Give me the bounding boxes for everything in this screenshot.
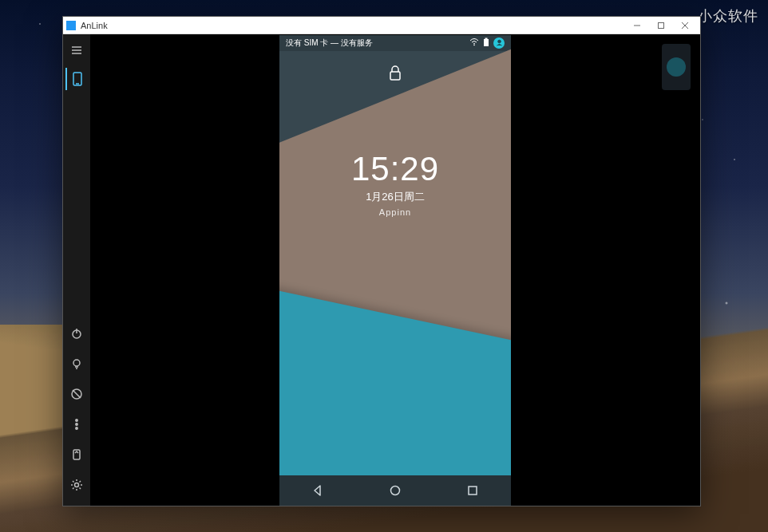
watermark-text: 小众软件	[698, 6, 758, 26]
app-window: AnLink	[62, 16, 701, 506]
app-body: 没有 SIM 卡 — 没有服务	[63, 34, 700, 506]
svg-point-20	[75, 483, 79, 487]
svg-point-26	[390, 486, 399, 495]
phone-nav-bar	[279, 475, 511, 506]
nav-home-button[interactable]	[379, 484, 411, 497]
bulb-button[interactable]	[65, 353, 88, 375]
app-icon	[66, 21, 76, 30]
sidebar	[63, 34, 90, 506]
clock-time: 15:29	[279, 150, 511, 188]
rotate-button[interactable]	[65, 383, 88, 405]
clock-date: 1月26日周二	[279, 190, 511, 204]
more-button[interactable]	[65, 413, 88, 435]
lock-screen-clock: 15:29 1月26日周二 Appinn	[279, 88, 511, 217]
nav-back-button[interactable]	[302, 484, 334, 497]
sim-status-text: 没有 SIM 卡 — 没有服务	[286, 37, 469, 49]
svg-point-11	[73, 360, 80, 366]
phone-statusbar[interactable]: 没有 SIM 卡 — 没有服务	[279, 35, 511, 51]
svg-line-15	[73, 390, 81, 398]
power-button[interactable]	[65, 322, 88, 345]
window-controls	[625, 18, 697, 33]
volume-button[interactable]	[65, 443, 88, 466]
menu-button[interactable]	[65, 39, 88, 61]
clock-owner: Appinn	[279, 207, 511, 217]
device-tab[interactable]	[65, 68, 88, 90]
svg-point-17	[76, 424, 77, 425]
close-button[interactable]	[673, 18, 697, 33]
device-thumbnail[interactable]	[662, 44, 691, 90]
user-icon[interactable]	[493, 37, 505, 49]
svg-point-18	[76, 428, 77, 429]
svg-rect-27	[469, 487, 477, 495]
svg-point-16	[76, 420, 77, 421]
wifi-icon	[469, 38, 479, 48]
titlebar[interactable]: AnLink	[63, 17, 700, 34]
thumbnail-icon	[667, 57, 686, 77]
svg-rect-25	[390, 72, 400, 80]
svg-rect-22	[484, 39, 489, 46]
svg-rect-1	[659, 22, 664, 28]
main-area: 没有 SIM 卡 — 没有服务	[90, 34, 700, 506]
svg-rect-23	[485, 37, 488, 39]
settings-button[interactable]	[65, 474, 88, 496]
battery-icon	[483, 37, 489, 49]
svg-point-21	[473, 44, 475, 45]
nav-recent-button[interactable]	[457, 484, 489, 497]
window-title: AnLink	[81, 21, 625, 30]
svg-point-24	[497, 40, 501, 43]
maximize-button[interactable]	[649, 18, 673, 33]
minimize-button[interactable]	[625, 18, 649, 33]
phone-screen[interactable]: 没有 SIM 卡 — 没有服务	[279, 35, 511, 506]
